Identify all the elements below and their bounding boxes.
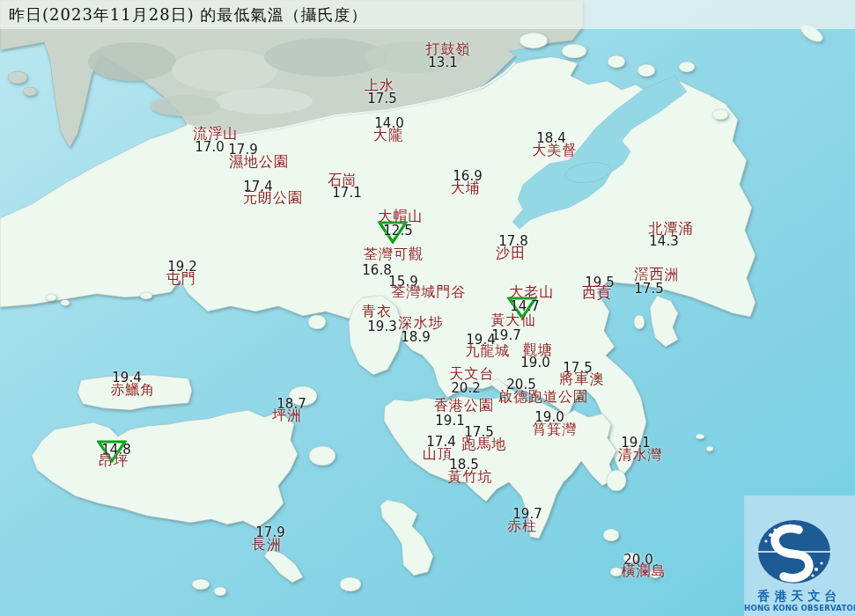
weather-map-page: 昨日(2023年11月28日) 的最低氣溫（攝氏度） 13.1打鼓嶺17.5上水… (0, 0, 855, 616)
station-value: 19.3 (367, 319, 396, 334)
station-name-label: 橫瀾島 (622, 562, 667, 581)
station-name-label: 大老山 (510, 283, 555, 302)
station-name-label: 荃灣城門谷 (392, 283, 467, 302)
station-name-label: 青衣 (362, 303, 392, 321)
station-name-label: 赤鱲角 (111, 381, 156, 400)
station-layer: 13.1打鼓嶺17.5上水14.0大隴18.4大美督17.0流浮山17.9濕地公… (0, 0, 855, 616)
station-name-label: 長洲 (252, 536, 282, 554)
station-name-label: 流浮山 (194, 125, 239, 143)
station-name-label: 山頂 (423, 445, 453, 464)
station-name-label: 北潭涌 (649, 220, 694, 238)
station-name-label: 荃灣可觀 (364, 246, 424, 264)
station-name-label: 黃大仙 (491, 312, 536, 330)
station-name-label: 元朗公園 (243, 189, 303, 208)
station-name-label: 屯門 (166, 270, 196, 289)
station-name-label: 觀塘 (523, 341, 553, 360)
station-name-label: 香港公園 (434, 397, 494, 415)
station-name-label: 跑馬地 (462, 436, 507, 454)
hko-logo-english-name: HONG KONG OBSERVATORY (744, 604, 855, 612)
station-name-label: 濕地公園 (229, 153, 289, 172)
station-name-label: 清水灣 (618, 446, 663, 465)
station-name-label: 沙田 (496, 245, 526, 263)
hko-logo: 香港天文台 HONG KONG OBSERVATORY (744, 495, 855, 616)
station-name-label: 滘西洲 (635, 266, 680, 284)
station-name-label: 西貢 (582, 284, 612, 303)
station-name-label: 啟德跑道公園 (498, 388, 588, 407)
station-name-label: 上水 (365, 77, 394, 95)
hko-logo-icon (744, 495, 855, 592)
station-value: 16.8 (362, 262, 391, 278)
station-name-label: 深水埗 (399, 314, 444, 333)
station-value: 19.1 (435, 413, 464, 429)
station-value: 19.7 (491, 327, 520, 343)
station-name-label: 大美督 (533, 142, 578, 160)
station-name-label: 大帽山 (379, 208, 424, 226)
station-name-label: 天文台 (450, 365, 495, 384)
station-name-label: 昂坪 (99, 452, 129, 471)
station-name-label: 將軍澳 (560, 370, 605, 389)
station-name-label: 筲箕灣 (533, 421, 578, 439)
station-name-label: 九龍城 (466, 342, 511, 361)
station-name-label: 大隴 (373, 127, 403, 145)
station-name-label: 黃竹坑 (448, 468, 493, 487)
station-name-label: 石崗 (328, 172, 357, 190)
station-name-label: 坪洲 (272, 407, 302, 425)
station-name-label: 大埔 (451, 180, 481, 198)
station-name-label: 赤柱 (507, 517, 537, 536)
station-name-label: 打鼓嶺 (426, 40, 471, 59)
hko-logo-chinese-name: 香港天文台 (744, 589, 855, 605)
page-title: 昨日(2023年11月28日) 的最低氣溫（攝氏度） (9, 4, 367, 26)
